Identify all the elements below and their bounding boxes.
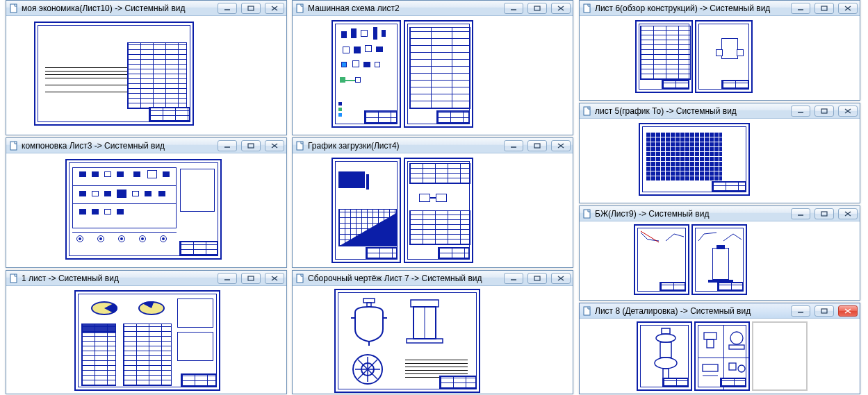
maximize-button[interactable] [527,273,547,284]
svg-rect-45 [363,299,375,303]
drawing-canvas[interactable] [6,286,286,394]
window-to-schedule[interactable]: лист 5(график То) -> Системный вид [579,103,860,203]
close-button[interactable] [265,140,284,151]
window-detailing[interactable]: Лист 8 (Деталировка) -> Системный вид [579,303,860,394]
svg-rect-37 [248,276,254,280]
svg-rect-12 [821,6,827,10]
window-layout[interactable]: компоновка Лист3 -> Системный вид [6,137,287,268]
minimize-button[interactable] [504,3,523,14]
document-icon [9,274,19,283]
close-button[interactable] [265,273,284,284]
document-icon [582,306,592,316]
svg-rect-42 [534,276,540,280]
svg-rect-20 [10,142,17,150]
window-sheet1[interactable]: 1 лист -> Системный вид [6,270,287,394]
minimize-button[interactable] [791,106,810,117]
drawing-canvas[interactable] [6,153,286,267]
svg-rect-0 [10,4,17,12]
close-button[interactable] [551,3,571,14]
window-economics[interactable]: моя экономика(Лист10) -> Системный вид [6,0,287,135]
document-icon [582,106,592,116]
window-title: Лист 6(обзор конструкций) -> Системный в… [595,3,787,13]
window-title: График загрузки(Лист4) [308,141,500,151]
close-button[interactable] [838,3,858,14]
maximize-button[interactable] [527,3,547,14]
document-icon [295,141,305,151]
drawing-canvas[interactable] [580,221,860,300]
document-icon [9,141,19,151]
titlebar[interactable]: Лист 6(обзор конструкций) -> Системный в… [580,1,860,16]
maximize-button[interactable] [814,3,834,14]
minimize-button[interactable] [218,273,237,284]
svg-rect-69 [707,339,714,348]
drawing-canvas[interactable] [293,286,573,394]
close-button[interactable] [838,208,858,219]
close-button[interactable] [551,273,571,284]
window-title: компоновка Лист3 -> Системный вид [22,141,213,151]
svg-rect-72 [703,364,718,371]
minimize-button[interactable] [504,140,523,151]
drawing-canvas[interactable] [580,16,860,100]
svg-rect-10 [584,4,590,12]
minimize-button[interactable] [791,208,810,219]
drawing-canvas[interactable] [6,16,286,135]
window-design-review[interactable]: Лист 6(обзор конструкций) -> Системный в… [579,0,860,101]
drawing-canvas[interactable] [580,319,860,394]
document-icon [295,274,305,283]
svg-rect-15 [584,107,590,115]
maximize-button[interactable] [241,140,261,151]
svg-rect-25 [297,142,303,150]
close-button[interactable] [265,3,284,14]
minimize-button[interactable] [791,3,810,14]
minimize-button[interactable] [218,3,237,14]
titlebar[interactable]: График загрузки(Лист4) [293,138,573,153]
close-button[interactable] [551,140,571,151]
svg-rect-68 [704,333,716,339]
drawing-canvas[interactable] [293,153,573,267]
minimize-button[interactable] [218,140,237,151]
svg-rect-7 [534,6,540,10]
svg-rect-65 [660,342,671,358]
close-button[interactable] [838,106,858,117]
maximize-button[interactable] [241,3,261,14]
drawing-canvas[interactable] [580,119,860,203]
drawing-canvas[interactable] [293,16,573,135]
maximize-button[interactable] [814,305,834,317]
svg-point-70 [730,332,743,344]
svg-rect-71 [729,345,744,349]
titlebar[interactable]: Машинная схема лист2 [293,1,573,16]
titlebar[interactable]: БЖ(Лист9) -> Системный вид [580,206,860,221]
document-icon [9,3,19,13]
svg-rect-5 [297,4,303,12]
document-icon [582,3,592,13]
document-icon [582,209,592,219]
minimize-button[interactable] [791,305,810,317]
window-machine-scheme[interactable]: Машинная схема лист2 [292,0,573,135]
window-title: БЖ(Лист9) -> Системный вид [595,209,787,219]
maximize-button[interactable] [814,106,834,117]
svg-rect-58 [584,307,590,315]
maximize-button[interactable] [814,208,834,219]
svg-rect-22 [248,144,254,148]
window-title: лист 5(график То) -> Системный вид [595,106,787,116]
maximize-button[interactable] [527,140,547,151]
window-safety[interactable]: БЖ(Лист9) -> Системный вид [579,205,860,301]
svg-rect-30 [584,210,590,218]
svg-rect-27 [534,144,540,148]
titlebar[interactable]: 1 лист -> Системный вид [6,271,286,286]
minimize-button[interactable] [504,273,523,284]
svg-point-75 [738,365,745,372]
titlebar[interactable]: моя экономика(Лист10) -> Системный вид [6,1,286,16]
svg-rect-2 [248,6,254,10]
svg-point-64 [656,334,675,342]
window-load-chart[interactable]: График загрузки(Лист4) [292,137,573,268]
document-icon [295,3,305,13]
window-assembly[interactable]: Сборочный чертёж Лист 7 -> Системный вид [292,270,573,394]
titlebar[interactable]: компоновка Лист3 -> Системный вид [6,138,286,153]
titlebar[interactable]: Сборочный чертёж Лист 7 -> Системный вид [293,271,573,286]
maximize-button[interactable] [241,273,261,284]
titlebar[interactable]: Лист 8 (Деталировка) -> Системный вид [580,303,860,319]
titlebar[interactable]: лист 5(график То) -> Системный вид [580,103,860,119]
close-button[interactable] [838,305,858,317]
window-title: Машинная схема лист2 [308,3,500,13]
